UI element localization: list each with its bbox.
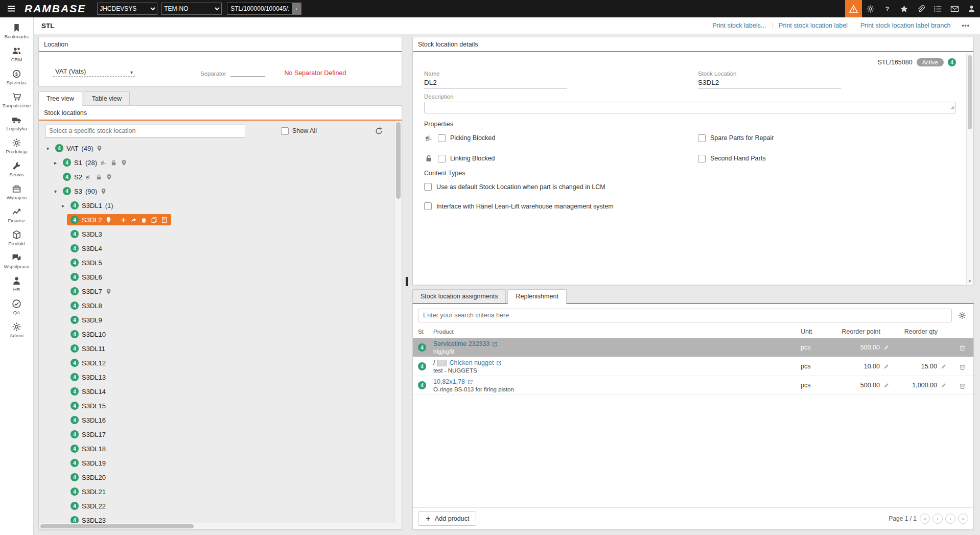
sidebar-item-qa[interactable]: QA <box>0 295 33 318</box>
document-list-icon[interactable] <box>161 217 168 223</box>
sidebar-item-sprzeda[interactable]: $ Sprzedaż <box>0 65 33 88</box>
tree-item-s3dl3[interactable]: 4 S3DL3 <box>39 227 393 241</box>
expand-arrow-icon[interactable]: ▾ <box>52 189 59 194</box>
tree-item-s3dl16[interactable]: 4 S3DL16 <box>39 413 393 427</box>
tree-vertical-scrollbar[interactable] <box>394 121 402 523</box>
edit-reorder-qty-icon[interactable] <box>941 382 947 388</box>
target-input[interactable] <box>227 3 292 15</box>
sidebar-item-hr[interactable]: HR <box>0 272 33 295</box>
sidebar-item-logistyka[interactable]: Logistyka <box>0 111 33 134</box>
sidebar-item-finanse[interactable]: Finanse <box>0 203 33 226</box>
scrollbar-thumb[interactable] <box>40 524 194 528</box>
print-link-print-stock-location-label[interactable]: Print stock location label <box>773 22 854 29</box>
sidebar-item-produkt[interactable]: Produkt <box>0 226 33 249</box>
tab-stock-location-assignments[interactable]: Stock location assignments <box>412 289 506 303</box>
help-button[interactable]: ? <box>879 0 896 17</box>
name-value[interactable]: DL2 <box>424 79 567 88</box>
lock-icon[interactable] <box>96 174 102 180</box>
property-checkbox-input[interactable] <box>698 155 706 162</box>
table-row-servicetime-232333[interactable]: 4 Servicetime 232333 hfgjhgf8 p <box>413 338 973 357</box>
tree-horizontal-scrollbar[interactable] <box>39 523 402 529</box>
sidebar-item-wsp-praca[interactable]: Współpraca <box>0 249 33 272</box>
tree-item-s3[interactable]: ▾ 4 S3 (90) <box>39 184 393 198</box>
forward-arrow-icon[interactable] <box>130 217 137 223</box>
attachments-button[interactable] <box>913 0 929 17</box>
tree-item-s3dl14[interactable]: 4 S3DL14 <box>39 384 393 399</box>
target-collapse-button[interactable]: ‹ <box>292 3 301 15</box>
print-link-print-stock-labels[interactable]: Print stock labels... <box>706 22 773 29</box>
table-row-chicken-nugget[interactable]: 4 / Chicken nugget test - NUGGETS <box>413 357 973 376</box>
stock-location-value[interactable]: S3DL2 <box>698 79 841 88</box>
tree-item-s3dl2[interactable]: 4 S3DL2 <box>39 213 393 227</box>
tree-item-vat[interactable]: ▾ 4 VAT (49) <box>39 141 393 155</box>
replenishment-search-input[interactable] <box>418 309 952 322</box>
property-checkbox-input[interactable] <box>438 134 446 142</box>
tree-item-s3dl15[interactable]: 4 S3DL15 <box>39 399 393 413</box>
product-link[interactable]: / Chicken nugget <box>433 359 801 366</box>
property-checkbox-picking-blocked[interactable]: Picking Blocked <box>424 134 698 142</box>
delete-row-icon[interactable] <box>959 382 966 389</box>
tree-item-s3dl17[interactable]: 4 S3DL17 <box>39 427 393 441</box>
scrollbar-thumb[interactable] <box>968 55 972 129</box>
tree-item-s1[interactable]: ▸ 4 S1 (28) <box>39 155 393 170</box>
settings-button[interactable] <box>862 0 879 17</box>
next-page-button[interactable]: › <box>945 514 955 524</box>
tree-item-s3dl20[interactable]: 4 S3DL20 <box>39 470 393 484</box>
details-vertical-scrollbar[interactable]: ▼ <box>966 54 973 284</box>
scroll-down-arrow-icon[interactable]: ▼ <box>967 279 973 284</box>
table-row-10-82x1-78[interactable]: 4 10,82x1,78 O-rings BS-013 for firing p… <box>413 376 973 395</box>
tree-item-s3dl11[interactable]: 4 S3DL11 <box>39 341 393 356</box>
tree-item-s3dl9[interactable]: 4 S3DL9 <box>39 313 393 327</box>
panel-splitter-handle[interactable] <box>406 277 408 286</box>
location-pin-icon[interactable] <box>96 145 103 152</box>
property-checkbox-spare-parts-for-repair[interactable]: Spare Parts for Repair <box>698 134 956 142</box>
delete-row-icon[interactable] <box>959 363 966 370</box>
sidebar-item-bookmarks[interactable]: Bookmarks <box>0 19 33 42</box>
tree-item-s3dl6[interactable]: 4 S3DL6 <box>39 270 393 284</box>
product-link[interactable]: Servicetime 232333 <box>433 340 801 347</box>
sidebar-item-produkcja[interactable]: Produkcja <box>0 134 33 157</box>
property-checkbox-input[interactable] <box>698 134 706 142</box>
last-page-button[interactable]: » <box>958 514 968 524</box>
tree-item-s3dl1[interactable]: ▸ 4 S3DL1 (1) <box>39 198 393 213</box>
show-all-checkbox[interactable] <box>281 127 289 135</box>
property-checkbox-second-hand-parts[interactable]: Second Hand Parts <box>698 154 956 162</box>
user-button[interactable] <box>963 0 980 17</box>
sidebar-item-zaopatrzenie[interactable]: Zaopatrzenie <box>0 88 33 111</box>
tree-item-s3dl13[interactable]: 4 S3DL13 <box>39 370 393 384</box>
edit-reorder-point-icon[interactable] <box>883 344 890 351</box>
property-checkbox-input[interactable] <box>438 155 446 162</box>
tree-item-s3dl10[interactable]: 4 S3DL10 <box>39 327 393 341</box>
company-select[interactable]: TEM-NO <box>161 3 222 15</box>
content-type-checkbox-input[interactable] <box>424 202 432 210</box>
bag-icon[interactable] <box>141 217 147 223</box>
scrollbar-thumb[interactable] <box>396 122 401 199</box>
system-select[interactable]: JHCDEVSYS <box>97 3 157 15</box>
more-options-button[interactable]: ••• <box>962 22 970 29</box>
location-pin-icon[interactable] <box>100 188 107 195</box>
forklift-icon[interactable] <box>100 159 107 166</box>
log-button[interactable] <box>929 0 946 17</box>
prev-page-button[interactable]: ‹ <box>932 514 943 524</box>
location-pin-icon[interactable] <box>106 174 112 180</box>
content-type-checkbox-interface-with-h-nel-lean-lift-warehouse-management-system[interactable]: Interface with Hänel Lean-Lift warehouse… <box>424 202 956 212</box>
tree-item-s3dl12[interactable]: 4 S3DL12 <box>39 356 393 370</box>
tree-item-s3dl18[interactable]: 4 S3DL18 <box>39 441 393 456</box>
rambase-logo[interactable]: RAMBASE <box>25 3 86 15</box>
expand-arrow-icon[interactable]: ▸ <box>52 160 59 166</box>
sidebar-item-admin[interactable]: Admin <box>0 318 33 341</box>
product-link[interactable]: 10,82x1,78 <box>433 378 801 385</box>
location-pin-icon[interactable] <box>121 159 127 166</box>
location-type-select[interactable]: VAT (Vats) ▾ <box>53 66 135 77</box>
notifications-warning-button[interactable] <box>845 0 862 17</box>
tree-item-s3dl4[interactable]: 4 S3DL4 <box>39 241 393 255</box>
add-product-button[interactable]: Add product <box>418 511 476 526</box>
tab-table-view[interactable]: Table view <box>84 91 130 105</box>
tree-item-s3dl23[interactable]: 4 S3DL23 <box>39 513 393 523</box>
forklift-icon[interactable] <box>85 174 92 180</box>
messages-button[interactable] <box>946 0 963 17</box>
plus-icon[interactable] <box>120 217 127 223</box>
show-all-toggle[interactable]: Show All <box>281 127 317 135</box>
sidebar-item-wynajem[interactable]: Wynajem <box>0 180 33 203</box>
tree-item-s3dl8[interactable]: 4 S3DL8 <box>39 298 393 313</box>
